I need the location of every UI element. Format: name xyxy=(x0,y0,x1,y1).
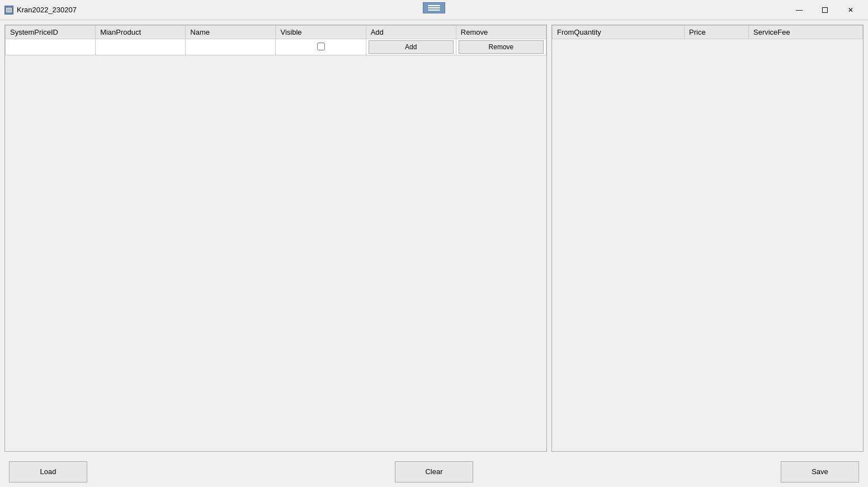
title-bar-left: Kran2022_230207 xyxy=(4,6,77,15)
col-header-service-fee: ServiceFee xyxy=(748,26,862,39)
maximize-icon xyxy=(822,7,828,13)
col-header-add: Add xyxy=(366,26,456,39)
col-header-remove: Remove xyxy=(456,26,546,39)
taskbar-line-3 xyxy=(428,10,440,11)
bottom-bar: Load Clear Save xyxy=(0,456,868,487)
cell-visible[interactable] xyxy=(276,39,366,55)
col-header-price: Price xyxy=(685,26,749,39)
right-table-header-row: FromQuantity Price ServiceFee xyxy=(553,26,863,39)
input-mian-product[interactable] xyxy=(98,43,183,51)
bottom-buttons-group: Load Clear Save xyxy=(9,461,859,483)
right-panel: FromQuantity Price ServiceFee xyxy=(551,25,864,452)
cell-name[interactable] xyxy=(186,39,276,55)
left-panel: SystemPriceID MianProduct Name Visible A… xyxy=(4,25,547,452)
col-header-system-price-id: SystemPriceID xyxy=(6,26,96,39)
add-row-button[interactable]: Add xyxy=(369,40,454,54)
input-system-price-id[interactable] xyxy=(8,43,93,51)
col-header-visible: Visible xyxy=(276,26,366,39)
taskbar-icon xyxy=(423,2,445,13)
minimize-button[interactable]: — xyxy=(786,2,812,18)
table-row: Add Remove xyxy=(6,39,546,55)
right-grid-table: FromQuantity Price ServiceFee xyxy=(552,25,863,39)
col-header-mian-product: MianProduct xyxy=(96,26,186,39)
taskbar-line-2 xyxy=(428,7,440,8)
maximize-button[interactable] xyxy=(812,2,838,18)
col-header-name: Name xyxy=(186,26,276,39)
remove-row-button[interactable]: Remove xyxy=(459,40,544,54)
title-bar-controls: — ✕ xyxy=(786,2,864,18)
title-bar: Kran2022_230207 — ✕ xyxy=(0,0,868,20)
input-name[interactable] xyxy=(188,43,273,51)
taskbar-line-1 xyxy=(428,5,440,6)
load-button[interactable]: Load xyxy=(9,461,87,483)
main-content: SystemPriceID MianProduct Name Visible A… xyxy=(0,20,868,456)
cell-add[interactable]: Add xyxy=(366,39,456,55)
app-icon xyxy=(4,6,13,15)
left-grid-table: SystemPriceID MianProduct Name Visible A… xyxy=(5,25,546,55)
window-title: Kran2022_230207 xyxy=(17,6,77,14)
cell-mian-product[interactable] xyxy=(96,39,186,55)
taskbar-lines xyxy=(428,5,440,11)
close-button[interactable]: ✕ xyxy=(838,2,864,18)
cell-system-price-id[interactable] xyxy=(6,39,96,55)
save-button[interactable]: Save xyxy=(781,461,859,483)
checkbox-visible[interactable] xyxy=(317,43,325,50)
app-icon-inner xyxy=(6,8,12,12)
clear-button[interactable]: Clear xyxy=(395,461,473,483)
cell-remove[interactable]: Remove xyxy=(456,39,546,55)
col-header-from-quantity: FromQuantity xyxy=(553,26,685,39)
left-table-header-row: SystemPriceID MianProduct Name Visible A… xyxy=(6,26,546,39)
